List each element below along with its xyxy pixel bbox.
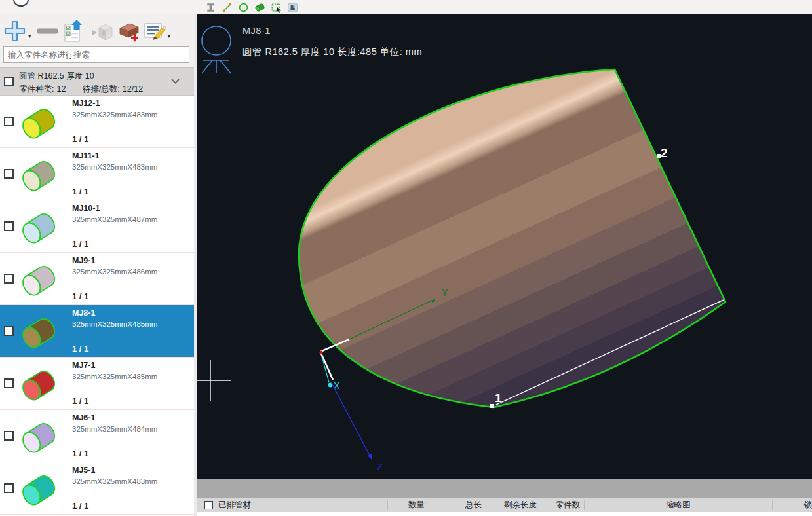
remove-part-icon[interactable]: [35, 18, 60, 45]
part-list-item[interactable]: MJ12-1 325mmX325mmX483mm 1 / 1: [0, 96, 194, 148]
column-lock: 锁: [800, 500, 812, 510]
sidebar-toolbar: ▾: [3, 18, 172, 45]
z-axis-label: Z: [377, 461, 383, 472]
part-thumbnail: [16, 102, 63, 141]
part-count: 1 / 1: [72, 187, 157, 196]
edit-list-dropdown-icon[interactable]: ▾: [168, 33, 171, 39]
part-dimensions: 325mmX325mmX485mm: [72, 373, 157, 380]
part-thumbnail: [16, 416, 63, 456]
steel-profile-icon[interactable]: [204, 1, 217, 14]
bottom-splitter[interactable]: [197, 479, 812, 498]
table-select-all-checkbox[interactable]: [204, 501, 213, 509]
active-part-subtitle: 圆管 R162.5 厚度 10 长度:485 单位: mm: [242, 46, 422, 58]
part-name: MJ5-1: [72, 466, 157, 475]
part-name: MJ7-1: [72, 361, 157, 370]
part-name: MJ6-1: [72, 413, 157, 422]
canvas-toolbar: [197, 0, 299, 14]
part-thumbnail: [16, 155, 63, 194]
column-quantity: 数量: [388, 500, 429, 510]
column-remaining-length: 剩余长度: [486, 500, 541, 510]
part-thumbnail: [16, 259, 63, 299]
part-name: MJ8-1: [72, 308, 157, 318]
import-parts-icon[interactable]: [62, 18, 87, 45]
nested-pipes-table-body: [197, 512, 812, 516]
part-checkbox[interactable]: [4, 326, 14, 336]
part-list-item[interactable]: MJ7-1 325mmX325mmX485mm 1 / 1: [0, 358, 194, 410]
material-group-header[interactable]: 圆管 R162.5 厚度 10 零件种类:12 待排/总数:12/12: [0, 67, 194, 96]
column-thumbnail: 缩略图: [585, 500, 773, 510]
part-count: 1 / 1: [72, 396, 157, 406]
pan-view-icon[interactable]: [286, 1, 299, 14]
z-axis-arrow-icon: [368, 454, 372, 461]
pipe-section-icon: [202, 26, 231, 73]
group-kinds-label: 零件种类:: [19, 84, 54, 94]
part-checkbox[interactable]: [4, 274, 14, 284]
part-dimensions: 325mmX325mmX483mm: [72, 111, 157, 119]
chevron-down-icon[interactable]: [171, 79, 180, 84]
part-count: 1 / 1: [72, 134, 157, 144]
part-list-item[interactable]: MJ10-1 325mmX325mmX487mm 1 / 1: [0, 200, 194, 253]
scene-svg[interactable]: Y X Z 1 2: [197, 14, 812, 479]
viewport-3d[interactable]: Y X Z 1 2 MJ8-1 圆管 R16: [197, 14, 812, 479]
add-part-dropdown-icon[interactable]: ▾: [28, 33, 31, 39]
part-thumbnail: [16, 207, 63, 246]
titlebar: [0, 0, 812, 14]
measure-icon[interactable]: [221, 1, 233, 14]
group-checkbox[interactable]: [4, 77, 14, 86]
part-checkbox[interactable]: [4, 117, 14, 126]
pipe-3d-icon[interactable]: [254, 1, 266, 14]
select-frame-icon[interactable]: [270, 1, 282, 14]
z-axis: [332, 383, 371, 458]
extract-part-icon[interactable]: [88, 18, 113, 45]
parts-sidebar: ▾: [0, 14, 194, 516]
part-list-item[interactable]: MJ6-1 325mmX325mmX484mm 1 / 1: [0, 410, 194, 462]
nested-pipes-table-header: 已排管材 数量 总长 剩余长度 零件数 缩略图 锁: [197, 498, 812, 512]
part-list-item[interactable]: MJ11-1 325mmX325mmX483mm 1 / 1: [0, 148, 194, 200]
group-title: 圆管 R162.5 厚度 10: [19, 71, 143, 82]
group-kinds-value: 12: [56, 84, 66, 94]
part-list-item[interactable]: MJ9-1 325mmX325mmX486mm 1 / 1: [0, 253, 194, 305]
origin-point: [319, 350, 322, 354]
edit-list-icon[interactable]: [142, 18, 167, 45]
part-thumbnail: [16, 469, 63, 508]
edge-label-2: 2: [661, 146, 668, 160]
edge-label-1: 1: [495, 391, 502, 405]
part-dimensions: 325mmX325mmX483mm: [72, 477, 157, 485]
part-count: 1 / 1: [72, 344, 157, 354]
part-thumbnail: [16, 312, 63, 351]
part-checkbox[interactable]: [4, 169, 14, 179]
column-spacer: [773, 500, 800, 510]
toolbar-separator: [197, 2, 199, 12]
add-part-icon[interactable]: [3, 18, 28, 45]
part-dimensions: 325mmX325mmX484mm: [72, 425, 157, 433]
part-list-item[interactable]: MJ5-1 325mmX325mmX483mm 1 / 1: [0, 462, 194, 515]
column-part-count: 零件数: [541, 500, 585, 510]
circle-profile-icon[interactable]: [237, 1, 250, 14]
part-checkbox[interactable]: [4, 483, 14, 493]
part-name: MJ9-1: [72, 256, 157, 265]
part-name: MJ12-1: [72, 99, 157, 108]
part-checkbox[interactable]: [4, 431, 14, 441]
search-input[interactable]: [3, 46, 189, 63]
part-dimensions: 325mmX325mmX483mm: [72, 163, 157, 171]
crosshair-cursor: [197, 360, 231, 401]
group-pending-label: 待排/总数:: [83, 84, 120, 94]
part-count: 1 / 1: [72, 239, 157, 249]
column-nested-pipes: 已排管材: [218, 500, 251, 510]
part-checkbox[interactable]: [4, 378, 14, 388]
active-part-title: MJ8-1: [242, 26, 271, 36]
add-material-icon[interactable]: [115, 18, 140, 45]
part-count: 1 / 1: [72, 501, 157, 511]
part-checkbox[interactable]: [4, 221, 14, 231]
part-thumbnail: [16, 364, 63, 403]
y-axis-label: Y: [442, 287, 448, 298]
part-dimensions: 325mmX325mmX486mm: [72, 268, 157, 276]
part-list-item-selected[interactable]: MJ8-1 325mmX325mmX485mm 1 / 1: [0, 305, 194, 358]
part-name: MJ11-1: [72, 151, 157, 160]
part-list: MJ12-1 325mmX325mmX483mm 1 / 1 MJ11-1 32…: [0, 96, 194, 516]
pipe-3d-shape[interactable]: [299, 69, 725, 407]
part-count: 1 / 1: [72, 449, 157, 458]
part-dimensions: 325mmX325mmX487mm: [72, 215, 157, 223]
part-name: MJ10-1: [72, 204, 157, 213]
column-total-length: 总长: [429, 500, 486, 510]
